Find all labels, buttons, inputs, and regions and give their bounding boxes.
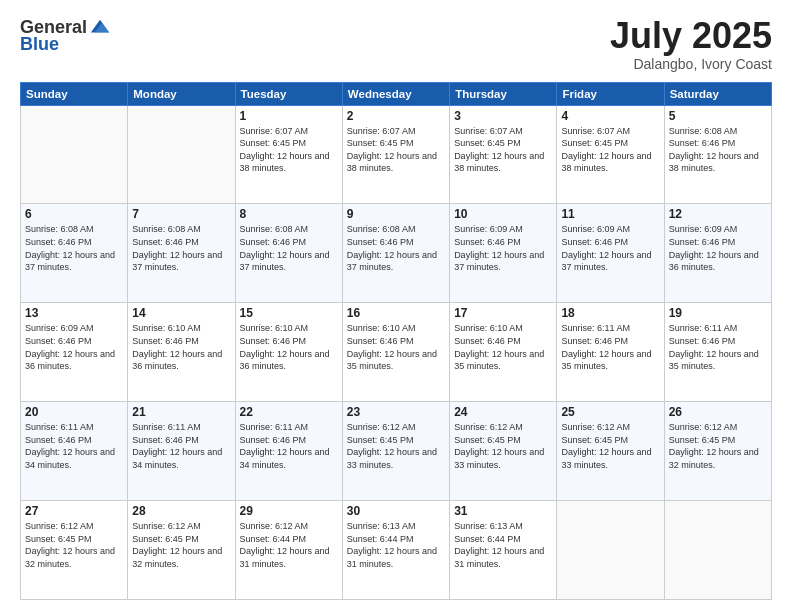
day-info: Sunrise: 6:11 AMSunset: 6:46 PMDaylight:… <box>669 322 767 372</box>
day-number: 9 <box>347 207 445 221</box>
calendar-cell: 19Sunrise: 6:11 AMSunset: 6:46 PMDayligh… <box>664 303 771 402</box>
month-year: July 2025 <box>610 16 772 56</box>
day-info: Sunrise: 6:11 AMSunset: 6:46 PMDaylight:… <box>132 421 230 471</box>
day-info: Sunrise: 6:08 AMSunset: 6:46 PMDaylight:… <box>347 223 445 273</box>
calendar-cell <box>664 501 771 600</box>
day-number: 26 <box>669 405 767 419</box>
day-number: 3 <box>454 109 552 123</box>
calendar-cell: 25Sunrise: 6:12 AMSunset: 6:45 PMDayligh… <box>557 402 664 501</box>
calendar-header-monday: Monday <box>128 82 235 105</box>
calendar-cell: 17Sunrise: 6:10 AMSunset: 6:46 PMDayligh… <box>450 303 557 402</box>
day-number: 4 <box>561 109 659 123</box>
day-info: Sunrise: 6:09 AMSunset: 6:46 PMDaylight:… <box>561 223 659 273</box>
calendar-header-tuesday: Tuesday <box>235 82 342 105</box>
day-number: 21 <box>132 405 230 419</box>
calendar-cell: 16Sunrise: 6:10 AMSunset: 6:46 PMDayligh… <box>342 303 449 402</box>
day-number: 24 <box>454 405 552 419</box>
calendar-cell: 18Sunrise: 6:11 AMSunset: 6:46 PMDayligh… <box>557 303 664 402</box>
day-info: Sunrise: 6:10 AMSunset: 6:46 PMDaylight:… <box>132 322 230 372</box>
calendar-cell: 26Sunrise: 6:12 AMSunset: 6:45 PMDayligh… <box>664 402 771 501</box>
calendar-cell: 23Sunrise: 6:12 AMSunset: 6:45 PMDayligh… <box>342 402 449 501</box>
calendar-table: SundayMondayTuesdayWednesdayThursdayFrid… <box>20 82 772 600</box>
calendar-cell: 12Sunrise: 6:09 AMSunset: 6:46 PMDayligh… <box>664 204 771 303</box>
day-number: 16 <box>347 306 445 320</box>
day-info: Sunrise: 6:08 AMSunset: 6:46 PMDaylight:… <box>240 223 338 273</box>
calendar-cell: 5Sunrise: 6:08 AMSunset: 6:46 PMDaylight… <box>664 105 771 204</box>
page: General Blue July 2025 Dalangbo, Ivory C… <box>0 0 792 612</box>
logo: General Blue <box>20 16 111 55</box>
day-info: Sunrise: 6:09 AMSunset: 6:46 PMDaylight:… <box>454 223 552 273</box>
calendar-week-row: 6Sunrise: 6:08 AMSunset: 6:46 PMDaylight… <box>21 204 772 303</box>
calendar-cell <box>128 105 235 204</box>
day-info: Sunrise: 6:13 AMSunset: 6:44 PMDaylight:… <box>347 520 445 570</box>
calendar-cell: 11Sunrise: 6:09 AMSunset: 6:46 PMDayligh… <box>557 204 664 303</box>
day-number: 30 <box>347 504 445 518</box>
day-number: 17 <box>454 306 552 320</box>
day-info: Sunrise: 6:07 AMSunset: 6:45 PMDaylight:… <box>240 125 338 175</box>
day-number: 20 <box>25 405 123 419</box>
day-info: Sunrise: 6:11 AMSunset: 6:46 PMDaylight:… <box>240 421 338 471</box>
calendar-week-row: 1Sunrise: 6:07 AMSunset: 6:45 PMDaylight… <box>21 105 772 204</box>
day-number: 10 <box>454 207 552 221</box>
day-info: Sunrise: 6:12 AMSunset: 6:45 PMDaylight:… <box>669 421 767 471</box>
day-info: Sunrise: 6:08 AMSunset: 6:46 PMDaylight:… <box>669 125 767 175</box>
day-info: Sunrise: 6:10 AMSunset: 6:46 PMDaylight:… <box>240 322 338 372</box>
calendar-cell: 2Sunrise: 6:07 AMSunset: 6:45 PMDaylight… <box>342 105 449 204</box>
day-number: 15 <box>240 306 338 320</box>
calendar-week-row: 27Sunrise: 6:12 AMSunset: 6:45 PMDayligh… <box>21 501 772 600</box>
day-number: 7 <box>132 207 230 221</box>
calendar-header-friday: Friday <box>557 82 664 105</box>
day-info: Sunrise: 6:07 AMSunset: 6:45 PMDaylight:… <box>454 125 552 175</box>
calendar-cell: 9Sunrise: 6:08 AMSunset: 6:46 PMDaylight… <box>342 204 449 303</box>
calendar-header-wednesday: Wednesday <box>342 82 449 105</box>
day-info: Sunrise: 6:12 AMSunset: 6:45 PMDaylight:… <box>132 520 230 570</box>
day-info: Sunrise: 6:07 AMSunset: 6:45 PMDaylight:… <box>561 125 659 175</box>
day-number: 11 <box>561 207 659 221</box>
day-number: 29 <box>240 504 338 518</box>
day-info: Sunrise: 6:12 AMSunset: 6:45 PMDaylight:… <box>561 421 659 471</box>
calendar-week-row: 20Sunrise: 6:11 AMSunset: 6:46 PMDayligh… <box>21 402 772 501</box>
calendar-cell <box>21 105 128 204</box>
day-number: 13 <box>25 306 123 320</box>
calendar-header-saturday: Saturday <box>664 82 771 105</box>
day-number: 27 <box>25 504 123 518</box>
day-info: Sunrise: 6:12 AMSunset: 6:44 PMDaylight:… <box>240 520 338 570</box>
day-info: Sunrise: 6:12 AMSunset: 6:45 PMDaylight:… <box>347 421 445 471</box>
calendar-cell: 10Sunrise: 6:09 AMSunset: 6:46 PMDayligh… <box>450 204 557 303</box>
day-info: Sunrise: 6:08 AMSunset: 6:46 PMDaylight:… <box>132 223 230 273</box>
day-info: Sunrise: 6:10 AMSunset: 6:46 PMDaylight:… <box>347 322 445 372</box>
day-number: 23 <box>347 405 445 419</box>
day-number: 5 <box>669 109 767 123</box>
calendar-cell: 28Sunrise: 6:12 AMSunset: 6:45 PMDayligh… <box>128 501 235 600</box>
calendar-cell: 20Sunrise: 6:11 AMSunset: 6:46 PMDayligh… <box>21 402 128 501</box>
day-number: 12 <box>669 207 767 221</box>
calendar-cell <box>557 501 664 600</box>
day-info: Sunrise: 6:12 AMSunset: 6:45 PMDaylight:… <box>25 520 123 570</box>
day-info: Sunrise: 6:12 AMSunset: 6:45 PMDaylight:… <box>454 421 552 471</box>
calendar-week-row: 13Sunrise: 6:09 AMSunset: 6:46 PMDayligh… <box>21 303 772 402</box>
calendar-header-sunday: Sunday <box>21 82 128 105</box>
day-number: 22 <box>240 405 338 419</box>
day-info: Sunrise: 6:07 AMSunset: 6:45 PMDaylight:… <box>347 125 445 175</box>
day-info: Sunrise: 6:13 AMSunset: 6:44 PMDaylight:… <box>454 520 552 570</box>
day-info: Sunrise: 6:09 AMSunset: 6:46 PMDaylight:… <box>25 322 123 372</box>
calendar-cell: 21Sunrise: 6:11 AMSunset: 6:46 PMDayligh… <box>128 402 235 501</box>
day-number: 28 <box>132 504 230 518</box>
day-info: Sunrise: 6:08 AMSunset: 6:46 PMDaylight:… <box>25 223 123 273</box>
day-info: Sunrise: 6:11 AMSunset: 6:46 PMDaylight:… <box>561 322 659 372</box>
title-block: July 2025 Dalangbo, Ivory Coast <box>610 16 772 72</box>
day-number: 8 <box>240 207 338 221</box>
calendar-cell: 13Sunrise: 6:09 AMSunset: 6:46 PMDayligh… <box>21 303 128 402</box>
day-number: 19 <box>669 306 767 320</box>
calendar-cell: 30Sunrise: 6:13 AMSunset: 6:44 PMDayligh… <box>342 501 449 600</box>
calendar-cell: 3Sunrise: 6:07 AMSunset: 6:45 PMDaylight… <box>450 105 557 204</box>
calendar-cell: 14Sunrise: 6:10 AMSunset: 6:46 PMDayligh… <box>128 303 235 402</box>
day-number: 1 <box>240 109 338 123</box>
calendar-cell: 15Sunrise: 6:10 AMSunset: 6:46 PMDayligh… <box>235 303 342 402</box>
header: General Blue July 2025 Dalangbo, Ivory C… <box>20 16 772 72</box>
calendar-cell: 8Sunrise: 6:08 AMSunset: 6:46 PMDaylight… <box>235 204 342 303</box>
day-number: 6 <box>25 207 123 221</box>
calendar-cell: 31Sunrise: 6:13 AMSunset: 6:44 PMDayligh… <box>450 501 557 600</box>
day-info: Sunrise: 6:11 AMSunset: 6:46 PMDaylight:… <box>25 421 123 471</box>
calendar-header-row: SundayMondayTuesdayWednesdayThursdayFrid… <box>21 82 772 105</box>
